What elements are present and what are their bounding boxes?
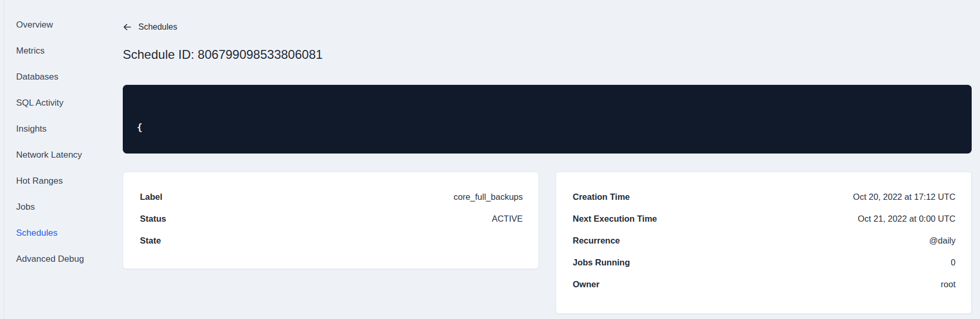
code-line: { [137, 121, 959, 134]
sidebar-item[interactable]: Jobs [16, 201, 110, 213]
detail-row-value: Oct 20, 2022 at 17:12 UTC [853, 192, 956, 202]
detail-cards: Label core_full_backups Status ACTIVE St… [123, 172, 972, 314]
page-title: Schedule ID: 806799098533806081 [123, 47, 323, 62]
detail-row: Next Execution Time Oct 21, 2022 at 0:00… [573, 208, 956, 229]
sidebar-item-label: Databases [16, 72, 58, 82]
detail-row-label: Next Execution Time [573, 214, 657, 224]
back-to-schedules-link[interactable]: Schedules [123, 22, 177, 32]
detail-row-label: Recurrence [573, 236, 620, 246]
arrow-left-icon [123, 23, 132, 31]
sidebar-item[interactable]: Hot Ranges [16, 175, 110, 187]
sidebar-item-label: Overview [16, 20, 53, 30]
detail-row: State [140, 229, 523, 251]
sidebar-item-label: Insights [16, 124, 47, 134]
detail-row-value: Oct 21, 2022 at 0:00 UTC [858, 214, 956, 224]
detail-row: Label core_full_backups [140, 186, 523, 208]
detail-row: Status ACTIVE [140, 208, 523, 229]
detail-row-label: Label [140, 192, 162, 202]
sidebar-item[interactable]: Databases [16, 71, 110, 83]
detail-row: Creation Time Oct 20, 2022 at 17:12 UTC [573, 186, 956, 208]
sidebar-item-label: SQL Activity [16, 98, 63, 108]
schedule-statement-code-block: { "backup_statement": "BACKUP INTO 's3:/… [123, 85, 972, 154]
detail-row-value: root [941, 279, 956, 289]
back-link-label: Schedules [138, 22, 177, 32]
sidebar-item[interactable]: Network Latency [16, 149, 110, 161]
sidebar-item[interactable]: Schedules [16, 227, 110, 239]
detail-row-label: State [140, 236, 161, 246]
sidebar-item[interactable]: Overview [16, 19, 110, 31]
detail-row-value: ACTIVE [492, 214, 523, 224]
sidebar-item[interactable]: Advanced Debug [16, 253, 110, 265]
sidebar-item-label: Network Latency [16, 150, 82, 160]
detail-row-label: Creation Time [573, 192, 630, 202]
sidebar-nav: Overview Metrics Databases SQL Activity … [16, 19, 110, 279]
detail-row: Jobs Running 0 [573, 251, 956, 273]
detail-row-value: core_full_backups [454, 192, 523, 202]
sidebar-item-label: Jobs [16, 202, 35, 212]
detail-row-value: @daily [929, 236, 956, 246]
sidebar-item[interactable]: Insights [16, 123, 110, 135]
sidebar-item[interactable]: SQL Activity [16, 97, 110, 109]
sidebar-item-label: Schedules [16, 228, 57, 238]
detail-row: Owner root [573, 273, 956, 295]
schedule-timing-card: Creation Time Oct 20, 2022 at 17:12 UTC … [556, 172, 972, 314]
detail-row-label: Status [140, 214, 166, 224]
detail-row-value: 0 [951, 258, 956, 267]
sidebar-item-label: Hot Ranges [16, 176, 63, 186]
page-left-divider [4, 0, 4, 319]
sidebar-item[interactable]: Metrics [16, 45, 110, 57]
detail-row-label: Jobs Running [573, 258, 630, 267]
detail-row: Recurrence @daily [573, 229, 956, 251]
sidebar-item-label: Metrics [16, 46, 45, 56]
detail-row-label: Owner [573, 279, 599, 289]
schedule-summary-card: Label core_full_backups Status ACTIVE St… [123, 172, 539, 269]
sidebar-item-label: Advanced Debug [16, 254, 84, 264]
